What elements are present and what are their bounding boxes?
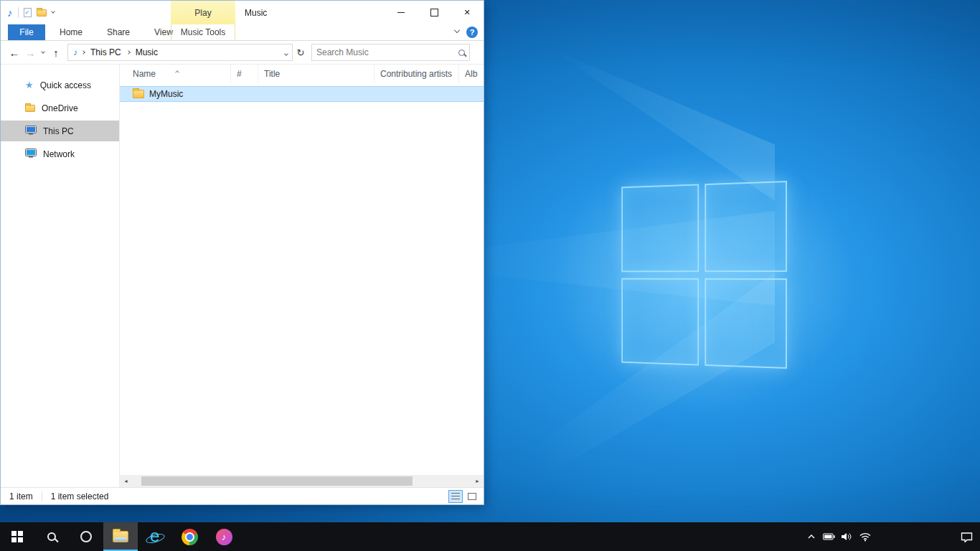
close-button[interactable]	[451, 1, 484, 24]
tab-share[interactable]: Share	[97, 24, 140, 40]
windows-logo-pane	[705, 278, 787, 369]
scrollbar-thumb[interactable]	[141, 476, 413, 486]
status-separator	[42, 491, 42, 501]
taskbar-chrome-button[interactable]	[172, 522, 207, 551]
sidebar-item-this-pc[interactable]: This PC	[1, 121, 119, 141]
sidebar-item-label: This PC	[43, 126, 74, 136]
help-icon[interactable]	[466, 27, 478, 38]
search-input[interactable]	[316, 47, 456, 57]
column-header-album[interactable]: Alb	[459, 65, 484, 83]
location-music-icon	[73, 47, 77, 57]
window-controls	[385, 1, 484, 24]
column-header-track-number[interactable]: #	[231, 65, 258, 83]
start-button[interactable]	[0, 522, 34, 551]
large-icons-view-button[interactable]	[465, 490, 479, 503]
search-icon	[47, 532, 56, 541]
column-header-row: Name # Title Contributing artists Alb	[120, 65, 484, 83]
expand-ribbon-caret-icon[interactable]	[454, 27, 460, 33]
itunes-music-icon	[216, 529, 232, 545]
chevron-up-icon	[808, 534, 815, 539]
minimize-button[interactable]	[385, 1, 418, 24]
file-explorer-window: Play Music File Home Share View Music To…	[0, 0, 484, 505]
show-hidden-icons-button[interactable]	[802, 522, 820, 551]
navigation-pane: Quick access OneDrive This PC Netwo	[1, 65, 120, 487]
onedrive-icon	[25, 105, 35, 112]
tab-home[interactable]: Home	[50, 24, 93, 40]
column-header-title[interactable]: Title	[258, 65, 374, 83]
column-header-label: Name	[133, 69, 156, 79]
file-row-mymusic[interactable]: MyMusic	[120, 86, 484, 102]
file-explorer-icon	[113, 531, 128, 542]
taskbar-itunes-button[interactable]	[207, 522, 241, 551]
scroll-left-arrow-icon[interactable]	[120, 475, 132, 487]
details-view-button[interactable]	[448, 490, 463, 503]
sidebar-item-onedrive[interactable]: OneDrive	[1, 98, 119, 118]
taskbar-file-explorer-button[interactable]	[103, 522, 138, 551]
wallpaper-windows-logo	[621, 181, 787, 369]
sidebar-item-label: OneDrive	[42, 103, 78, 113]
navigation-bar: This PC Music	[1, 41, 484, 65]
taskbar-internet-explorer-button[interactable]	[138, 522, 172, 551]
maximize-button[interactable]	[418, 1, 451, 24]
search-box[interactable]	[311, 44, 470, 61]
tab-music-tools[interactable]: Music Tools	[171, 24, 235, 40]
wifi-icon	[859, 532, 871, 542]
contextual-tab-play[interactable]: Play	[171, 1, 235, 24]
sidebar-item-quick-access[interactable]: Quick access	[1, 75, 119, 95]
scroll-right-arrow-icon[interactable]	[471, 475, 484, 487]
selection-count: 1 item selected	[51, 491, 109, 501]
internet-explorer-icon	[146, 527, 164, 546]
window-title: Music	[245, 1, 267, 24]
file-list[interactable]: MyMusic	[120, 83, 484, 475]
large-icons-view-icon	[468, 493, 476, 500]
action-center-button[interactable]	[953, 522, 980, 551]
customize-toolbar-caret-icon[interactable]	[51, 9, 55, 14]
file-list-panel: Name # Title Contributing artists Alb	[120, 65, 484, 487]
details-view-icon	[451, 493, 460, 500]
title-bar[interactable]: Play Music	[1, 1, 484, 24]
sidebar-item-label: Network	[43, 149, 75, 159]
folder-icon	[133, 90, 144, 98]
status-bar: 1 item 1 item selected	[1, 487, 484, 504]
scrollbar-track[interactable]	[132, 475, 471, 487]
new-folder-icon[interactable]	[37, 9, 47, 17]
recent-locations-caret-icon[interactable]	[38, 52, 48, 53]
volume-button[interactable]	[838, 522, 856, 551]
column-header-label: Alb	[465, 69, 477, 79]
breadcrumb-chevron-icon[interactable]	[126, 50, 131, 55]
battery-status-button[interactable]	[820, 522, 838, 551]
address-bar[interactable]: This PC Music	[67, 44, 293, 61]
quick-access-star-icon	[25, 80, 34, 90]
forward-button[interactable]	[22, 44, 38, 61]
sidebar-item-network[interactable]: Network	[1, 143, 119, 164]
up-button[interactable]	[48, 44, 64, 61]
quick-access-toolbar	[1, 6, 55, 19]
network-button[interactable]	[856, 522, 874, 551]
taskbar-search-button[interactable]	[34, 522, 69, 551]
address-dropdown-caret-icon[interactable]	[285, 47, 289, 57]
back-button[interactable]	[6, 44, 22, 61]
taskbar	[0, 522, 980, 551]
tab-file[interactable]: File	[8, 24, 45, 40]
battery-icon	[823, 533, 835, 540]
windows-logo-pane	[705, 181, 787, 272]
refresh-button[interactable]	[293, 44, 308, 61]
column-header-contributing-artists[interactable]: Contributing artists	[374, 65, 459, 83]
this-pc-monitor-icon	[25, 126, 37, 137]
properties-icon[interactable]	[24, 8, 32, 17]
desktop: Play Music File Home Share View Music To…	[0, 0, 980, 551]
horizontal-scrollbar[interactable]	[120, 475, 484, 487]
breadcrumb-this-pc[interactable]: This PC	[89, 47, 123, 57]
windows-logo-pane	[621, 184, 698, 271]
search-icon[interactable]	[458, 50, 465, 56]
breadcrumb-chevron-icon[interactable]	[81, 50, 85, 55]
action-center-icon	[961, 532, 973, 542]
column-header-label: #	[237, 69, 242, 79]
explorer-body: Quick access OneDrive This PC Netwo	[1, 65, 484, 487]
system-tray	[802, 522, 980, 551]
breadcrumb-current-folder[interactable]: Music	[134, 47, 159, 57]
view-toggle-group	[448, 490, 479, 503]
ribbon-tab-row: File Home Share View Music Tools	[1, 24, 484, 41]
cortana-button[interactable]	[69, 522, 103, 551]
toolbar-separator	[18, 7, 19, 18]
